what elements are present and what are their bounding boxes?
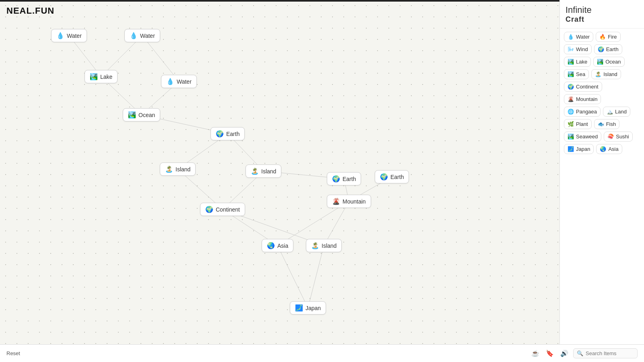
node-label: Water [177, 78, 192, 85]
node-icon: 🏝️ [165, 165, 173, 173]
item-icon: 🏝️ [595, 71, 601, 77]
node-icon: 🌋 [332, 197, 340, 205]
bottom-toolbar: Reset ☕ 🔖 🔊 🔍 [0, 344, 644, 362]
sidebar-header: Infinite Craft [560, 0, 644, 29]
search-icon: 🔍 [577, 350, 583, 356]
node-n-island2[interactable]: 🏝️Island [246, 165, 281, 178]
sidebar-item-japan[interactable]: 🗾Japan [564, 144, 594, 154]
top-border [0, 0, 644, 2]
node-icon: 💧 [56, 32, 64, 39]
sidebar-item-sushi[interactable]: 🍣Sushi [604, 132, 633, 142]
node-label: Earth [390, 174, 404, 180]
node-icon: 🏝️ [251, 167, 259, 175]
search-input[interactable] [586, 350, 634, 356]
item-label: Fish [606, 121, 616, 127]
node-n-japan[interactable]: 🗾Japan [290, 301, 326, 315]
reset-button[interactable]: Reset [6, 350, 20, 356]
item-icon: 🌍 [568, 84, 574, 90]
node-icon: 💧 [130, 32, 138, 39]
node-icon: 🏞️ [128, 111, 136, 119]
node-label: Japan [305, 305, 321, 311]
sidebar-item-mountain[interactable]: 🌋Mountain [564, 94, 601, 104]
node-icon: 🏝️ [311, 242, 319, 249]
node-n-lake[interactable]: 🏞️Lake [85, 70, 118, 83]
item-label: Sushi [616, 134, 629, 140]
svg-line-17 [278, 246, 308, 308]
bookmark-icon[interactable]: 🔖 [544, 348, 555, 359]
node-n-mountain[interactable]: 🌋Mountain [327, 195, 371, 208]
sidebar-item-asia[interactable]: 🌏Asia [596, 144, 622, 154]
sidebar-item-earth[interactable]: 🌍Earth [594, 44, 622, 54]
node-n-water2[interactable]: 💧Water [124, 29, 160, 42]
craft-canvas[interactable]: 💧Water💧Water🏞️Lake💧Water🏞️Ocean🌍Earth🏝️I… [0, 2, 559, 344]
sidebar-item-island[interactable]: 🏝️Island [591, 69, 621, 79]
item-label: Fire [608, 34, 617, 40]
node-icon: 💧 [166, 78, 174, 85]
item-icon: 🗾 [568, 146, 574, 152]
sidebar-item-fire[interactable]: 🔥Fire [596, 32, 620, 42]
node-icon: 🌍 [332, 175, 340, 183]
sidebar-item-seaweed[interactable]: 🏞️Seaweed [564, 132, 601, 142]
node-icon: 🌍 [380, 173, 388, 181]
sound-icon[interactable]: 🔊 [559, 348, 570, 359]
sidebar-items-list: 💧Water🔥Fire🌬️Wind🌍Earth🏞️Lake🏞️Ocean🏞️Se… [560, 29, 644, 344]
item-label: Island [603, 71, 617, 77]
node-label: Ocean [138, 112, 155, 118]
node-n-earth1[interactable]: 🌍Earth [211, 127, 245, 140]
sidebar-item-lake[interactable]: 🏞️Lake [564, 57, 591, 67]
sidebar-item-water[interactable]: 💧Water [564, 32, 593, 42]
node-label: Earth [226, 131, 239, 137]
svg-line-18 [308, 246, 324, 308]
node-icon: 🌍 [205, 206, 213, 213]
item-icon: 🌋 [568, 96, 574, 102]
item-icon: 💧 [568, 34, 574, 40]
item-label: Lake [576, 59, 587, 65]
item-icon: 🌿 [568, 121, 574, 127]
node-n-water1[interactable]: 💧Water [51, 29, 87, 42]
item-icon: 🏞️ [597, 59, 603, 65]
mug-icon[interactable]: ☕ [530, 348, 541, 359]
sidebar-item-sea[interactable]: 🏞️Sea [564, 69, 589, 79]
node-label: Island [261, 168, 276, 175]
app-logo: Infinite Craft [566, 5, 592, 24]
node-label: Lake [100, 74, 112, 80]
sidebar-item-fish[interactable]: 🐟Fish [594, 119, 620, 129]
node-label: Island [322, 243, 336, 249]
node-label: Island [175, 166, 190, 173]
item-icon: 🔥 [599, 34, 606, 40]
sidebar-item-pangaea[interactable]: 🌐Pangaea [564, 107, 601, 117]
sidebar-item-land[interactable]: 🏔️Land [603, 107, 630, 117]
item-label: Sea [576, 71, 585, 77]
node-n-earth2[interactable]: 🌍Earth [327, 172, 361, 185]
node-n-ocean[interactable]: 🏞️Ocean [123, 108, 160, 121]
node-n-water3[interactable]: 💧Water [161, 75, 197, 88]
item-icon: 🌍 [598, 46, 604, 52]
search-box[interactable]: 🔍 [573, 348, 638, 358]
node-icon: 🏞️ [90, 73, 98, 80]
sidebar-item-ocean[interactable]: 🏞️Ocean [593, 57, 624, 67]
node-label: Asia [277, 243, 288, 249]
item-label: Plant [576, 121, 588, 127]
node-n-island3[interactable]: 🏝️Island [306, 239, 342, 252]
node-label: Water [140, 33, 155, 39]
item-icon: 🏞️ [568, 134, 574, 140]
sidebar-item-plant[interactable]: 🌿Plant [564, 119, 592, 129]
node-n-earth3[interactable]: 🌍Earth [375, 170, 409, 183]
item-label: Earth [606, 46, 619, 52]
node-label: Water [67, 33, 82, 39]
item-label: Wind [576, 46, 588, 52]
item-icon: 🌏 [600, 146, 606, 152]
node-label: Mountain [343, 198, 366, 205]
item-label: Water [576, 34, 590, 40]
item-label: Japan [576, 146, 590, 152]
node-icon: 🌍 [216, 130, 224, 138]
node-n-asia[interactable]: 🌏Asia [262, 239, 293, 252]
node-n-island1[interactable]: 🏝️Island [160, 162, 196, 176]
item-icon: 🏔️ [607, 109, 613, 115]
item-label: Continent [576, 84, 599, 90]
item-icon: 🌬️ [568, 46, 574, 52]
sidebar-item-continent[interactable]: 🌍Continent [564, 82, 602, 92]
item-icon: 🏞️ [568, 71, 574, 77]
sidebar-item-wind[interactable]: 🌬️Wind [564, 44, 592, 54]
node-n-continent[interactable]: 🌍Continent [200, 203, 245, 216]
